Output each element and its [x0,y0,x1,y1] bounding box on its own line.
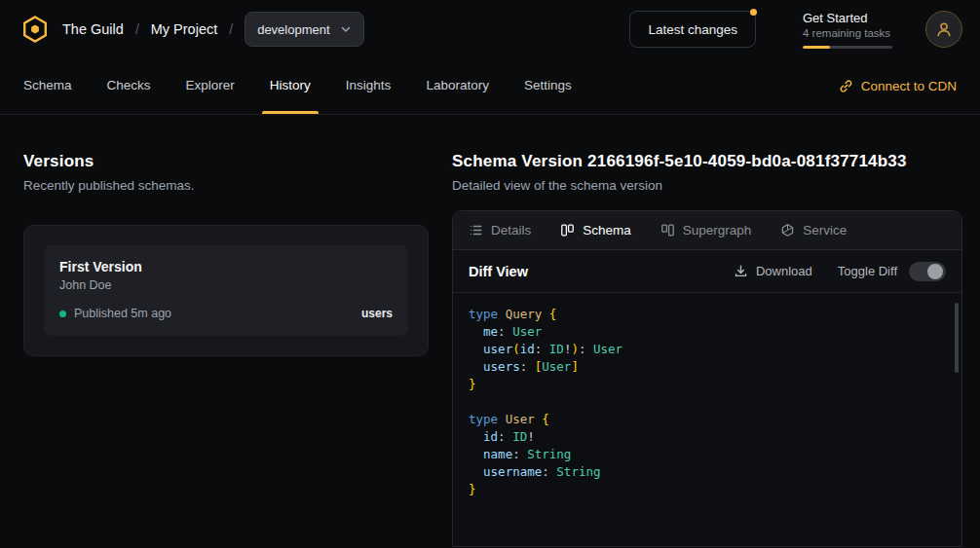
version-detail-subtitle: Detailed view of the schema version [452,178,962,193]
toggle-diff-label: Toggle Diff [838,264,897,278]
org-link[interactable]: The Guild [62,21,124,37]
published-status-dot [59,311,66,317]
code-scrollbar-thumb[interactable] [955,303,959,373]
version-author: John Doe [59,278,393,292]
tab-settings[interactable]: Settings [524,58,572,114]
target-selector[interactable]: development [245,12,363,47]
schema-code-viewer[interactable]: type Query { me: User user(id: ID!): Use… [453,293,961,546]
tab-explorer[interactable]: Explorer [186,58,235,114]
primary-nav: Schema Checks Explorer History Insights … [0,58,980,115]
versions-card: First Version John Doe Published 5m ago … [23,225,429,356]
latest-changes-button[interactable]: Latest changes [629,11,756,48]
diff-view-title: Diff View [469,264,528,279]
code-block: type Query { me: User user(id: ID!): Use… [469,306,946,498]
version-detail-title: Schema Version 2166196f-5e10-4059-bd0a-0… [452,152,962,171]
detail-tab-service[interactable]: Service [780,223,847,237]
download-icon [734,264,748,278]
detail-tab-schema[interactable]: Schema [560,223,631,237]
get-started-progress-fill [803,46,830,49]
version-status: Published 5m ago [74,307,171,320]
user-avatar[interactable] [925,11,962,48]
latest-changes-label: Latest changes [648,22,737,37]
get-started-subtitle: 4 remaining tasks [803,27,896,39]
connect-to-cdn-button[interactable]: Connect to CDN [839,58,957,114]
diff-view-header: Diff View Download Toggle Diff [453,250,961,293]
tab-checks[interactable]: Checks [107,58,151,114]
breadcrumb-separator: / [135,21,139,37]
service-icon [780,223,795,237]
version-detail-column: Schema Version 2166196f-5e10-4059-bd0a-0… [452,152,962,547]
project-link[interactable]: My Project [151,21,218,37]
versions-subtitle: Recently published schemas. [23,178,429,193]
toggle-diff-switch[interactable] [909,262,946,281]
versions-title: Versions [23,152,429,171]
toggle-knob [927,264,943,279]
get-started-title: Get Started [803,11,896,25]
notification-dot [750,9,757,16]
hive-logo-icon[interactable] [19,14,51,45]
user-icon [935,20,953,38]
detail-tab-supergraph[interactable]: Supergraph [660,223,752,237]
versions-column: Versions Recently published schemas. Fir… [23,152,429,547]
breadcrumb-separator: / [229,21,233,37]
chevron-down-icon [340,23,352,35]
detail-tabs: Details Schema [453,211,961,250]
version-name: First Version [59,259,393,274]
tab-schema[interactable]: Schema [23,58,72,114]
version-list-item[interactable]: First Version John Doe Published 5m ago … [44,245,408,336]
version-service-badge: users [361,307,393,320]
tab-laboratory[interactable]: Laboratory [426,58,489,114]
breadcrumb: The Guild / My Project / development [19,12,364,47]
connect-to-cdn-label: Connect to CDN [861,79,957,93]
detail-tab-details[interactable]: Details [469,223,531,237]
version-detail-panel: Details Schema [452,210,962,547]
supergraph-icon [660,223,675,237]
top-header: The Guild / My Project / development Lat… [0,0,980,58]
link-icon [839,79,853,93]
main-content: Versions Recently published schemas. Fir… [0,115,980,547]
list-icon [469,223,483,237]
download-label: Download [756,264,812,278]
schema-icon [560,223,575,237]
get-started-progress-track [803,46,892,49]
tab-history[interactable]: History [270,58,311,114]
target-selector-value: development [257,22,329,37]
tab-insights[interactable]: Insights [346,58,392,114]
download-button[interactable]: Download [734,264,812,278]
get-started-widget[interactable]: Get Started 4 remaining tasks [803,11,896,49]
